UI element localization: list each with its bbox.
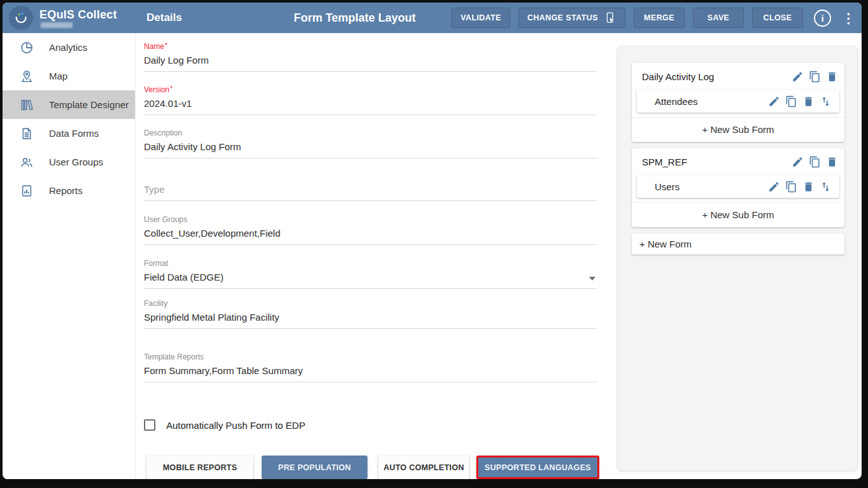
validate-button[interactable]: VALIDATE [452, 8, 510, 28]
sidebar-item-user-groups[interactable]: User Groups [3, 148, 135, 176]
user-groups-field[interactable]: User Groups Collect_User,Development,Fie… [144, 215, 597, 245]
edit-icon[interactable] [792, 156, 804, 168]
type-placeholder: Type [144, 184, 597, 197]
top-bar: EQuIS Collect Details Form Template Layo… [3, 3, 862, 33]
name-label: Name* [144, 42, 597, 52]
map-pin-icon [20, 69, 34, 83]
sidebar-item-label: Template Designer [49, 99, 129, 110]
form-card-spm-ref: SPM_REF Users + New Sub Form [632, 148, 844, 227]
pie-chart-icon [20, 41, 34, 55]
push-to-edp-label: Automatically Push Form to EDP [166, 420, 305, 431]
template-reports-value: Form Summary,Form Table Summary [144, 365, 597, 378]
kebab-menu-icon[interactable]: ⋮ [842, 11, 855, 25]
save-button[interactable]: SAVE [693, 8, 744, 28]
mobile-reports-button[interactable]: MOBILE REPORTS [146, 456, 253, 479]
sidebar: Analytics Map Template Designer Data For… [3, 33, 136, 479]
delete-icon[interactable] [802, 181, 815, 193]
sidebar-item-analytics[interactable]: Analytics [3, 33, 135, 62]
copy-icon[interactable] [785, 181, 797, 193]
subform-row-attendees[interactable]: Attendees [637, 90, 839, 113]
reorder-icon[interactable] [820, 95, 832, 108]
sidebar-item-label: Map [49, 71, 68, 81]
form-card-daily-activity-log: Daily Activity Log Attendees + New Sub F… [632, 63, 844, 142]
header-actions: VALIDATE CHANGE STATUS MERGE SAVE CLOSE … [452, 3, 855, 33]
description-field[interactable]: Description Daily Activity Log Form [144, 129, 597, 158]
new-form-button[interactable]: + New Form [632, 234, 844, 254]
facility-label: Facility [144, 299, 597, 309]
details-form: Name* Daily Log Form Version* 2024.01-v1… [136, 33, 611, 479]
copy-icon[interactable] [809, 156, 821, 168]
template-reports-label: Template Reports [144, 352, 597, 362]
push-to-edp-row: Automatically Push Form to EDP [144, 419, 305, 431]
merge-button[interactable]: MERGE [634, 8, 685, 28]
subform-row-users[interactable]: Users [637, 175, 839, 198]
sidebar-item-template-designer[interactable]: Template Designer [3, 90, 135, 119]
page-title: Form Template Layout [294, 3, 416, 33]
info-icon[interactable]: i [814, 10, 831, 27]
form-name: Daily Activity Log [642, 71, 792, 82]
description-label: Description [144, 129, 597, 138]
version-field[interactable]: Version* 2024.01-v1 [144, 85, 597, 115]
format-field[interactable]: Format Field Data (EDGE) [144, 259, 597, 289]
name-value: Daily Log Form [144, 55, 597, 67]
earthsoft-logo-icon [9, 6, 33, 30]
new-sub-form-button[interactable]: + New Sub Form [632, 202, 844, 227]
change-status-button[interactable]: CHANGE STATUS [518, 8, 625, 28]
form-card-header: SPM_REF [632, 148, 844, 175]
close-button[interactable]: CLOSE [752, 8, 803, 28]
delete-icon[interactable] [826, 71, 838, 83]
type-field[interactable]: Type [144, 184, 597, 201]
user-groups-value: Collect_User,Development,Field [144, 228, 597, 241]
template-reports-field[interactable]: Template Reports Form Summary,Form Table… [144, 352, 597, 382]
push-to-edp-checkbox[interactable] [144, 419, 155, 431]
mobile-touch-icon [604, 11, 616, 24]
sidebar-item-label: Reports [49, 185, 83, 196]
version-label: Version* [144, 85, 597, 95]
delete-icon[interactable] [802, 95, 815, 108]
auto-completion-button[interactable]: AUTO COMPLETION [378, 456, 469, 479]
subform-name: Users [655, 181, 768, 192]
facility-value: Springfield Metal Plating Facility [144, 312, 597, 324]
app-title: EQuIS Collect [39, 8, 117, 22]
user-groups-label: User Groups [144, 215, 597, 225]
form-card-header: Daily Activity Log [632, 63, 844, 90]
sidebar-item-label: Data Forms [49, 128, 99, 139]
dropdown-caret-icon[interactable] [589, 277, 595, 281]
reorder-icon[interactable] [820, 181, 832, 193]
sidebar-item-data-forms[interactable]: Data Forms [3, 119, 135, 148]
sidebar-item-map[interactable]: Map [3, 62, 135, 90]
description-value: Daily Activity Log Form [144, 141, 597, 154]
facility-field[interactable]: Facility Springfield Metal Plating Facil… [144, 299, 597, 329]
report-chart-icon [20, 184, 34, 198]
edit-icon[interactable] [768, 181, 780, 193]
sidebar-item-label: Analytics [49, 42, 87, 53]
new-sub-form-button[interactable]: + New Sub Form [632, 117, 844, 141]
name-field[interactable]: Name* Daily Log Form [144, 42, 597, 72]
subform-name: Attendees [655, 96, 768, 107]
copy-icon[interactable] [785, 95, 797, 108]
sidebar-item-label: User Groups [49, 157, 103, 167]
pre-population-button[interactable]: PRE POPULATION [262, 456, 367, 479]
app-window: EQuIS Collect Details Form Template Layo… [3, 3, 862, 479]
redacted-subtitle [41, 22, 73, 28]
version-value: 2024.01-v1 [144, 98, 597, 111]
form-name: SPM_REF [642, 157, 792, 167]
library-icon [20, 98, 34, 112]
people-icon [20, 155, 34, 169]
delete-icon[interactable] [826, 156, 838, 168]
format-value: Field Data (EDGE) [144, 272, 597, 284]
breadcrumb-details: Details [146, 3, 182, 33]
supported-languages-button[interactable]: SUPPORTED LANGUAGES [476, 456, 599, 479]
format-label: Format [144, 259, 597, 268]
sidebar-item-reports[interactable]: Reports [3, 176, 135, 205]
document-icon [20, 127, 34, 141]
edit-icon[interactable] [768, 95, 780, 108]
edit-icon[interactable] [792, 71, 804, 83]
form-layout-panel: Daily Activity Log Attendees + New Sub F… [617, 46, 858, 471]
copy-icon[interactable] [809, 71, 821, 83]
